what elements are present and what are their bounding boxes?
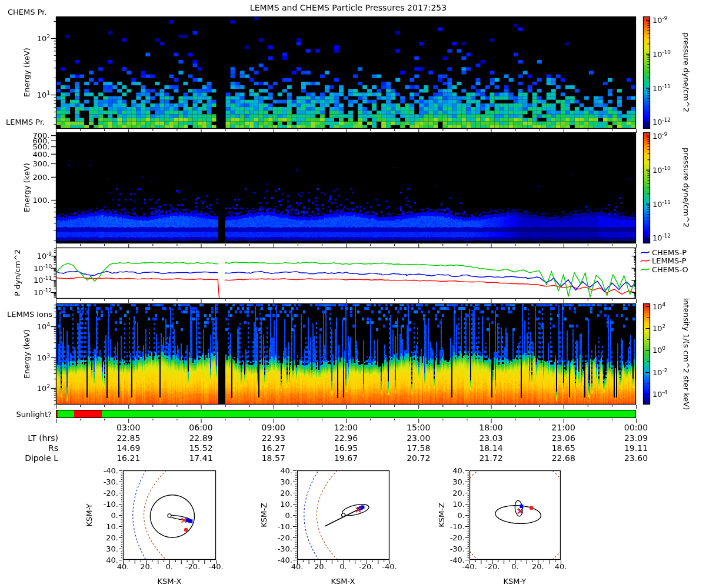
time-tick-label: 18:00 bbox=[479, 423, 502, 432]
ephemeris-value: 23.60 bbox=[624, 454, 648, 462]
orbit-y-axis-title-1: KSM-Z bbox=[260, 503, 268, 527]
ephemeris-value: 20.72 bbox=[407, 454, 430, 462]
ephemeris-value: 23.09 bbox=[624, 434, 648, 442]
orbit-y-tick: -20. bbox=[104, 489, 118, 497]
ephemeris-value: 22.96 bbox=[334, 434, 358, 442]
orbit-y-tick: -10. bbox=[278, 523, 292, 530]
orbit-y-tick: 10. bbox=[106, 523, 118, 530]
colorbar-unit-label-ions: intensity 1/(s cm^2 ster keV) bbox=[682, 298, 690, 410]
panel-label-chems: CHEMS Pr. bbox=[8, 8, 47, 16]
sunlight-label: Sunlight? bbox=[16, 410, 52, 418]
cb-tick-mid: 10-10 bbox=[652, 166, 671, 174]
orbit-y-tick: -30. bbox=[278, 545, 292, 553]
orbit-y-tick: -20. bbox=[450, 534, 465, 542]
orbit-y-tick: 30. bbox=[280, 478, 292, 486]
y-tick-pressure: 10-9 bbox=[37, 252, 52, 260]
time-tick-label: 00:00 bbox=[624, 423, 648, 432]
y-tick-ions: 102 bbox=[37, 384, 50, 392]
ephemeris-row-label-dipole: Dipole L bbox=[25, 454, 58, 462]
legend-label-chems-o: CHEMS-O bbox=[652, 266, 688, 273]
ephemeris-value: 19.67 bbox=[334, 454, 358, 462]
ephemeris-value: 17.41 bbox=[189, 454, 212, 462]
cb-tick-top: 10-10 bbox=[652, 50, 671, 58]
orbit-y-tick: 40. bbox=[280, 467, 292, 475]
y-axis-label-pressure: P dyn/cm^2 bbox=[14, 249, 21, 296]
orbit-y-tick: -10. bbox=[104, 500, 118, 508]
y-tick-ions: 103 bbox=[37, 353, 50, 361]
orbit-x-tick: -20. bbox=[359, 563, 374, 570]
orbit-y-tick: 10. bbox=[280, 500, 292, 508]
time-tick-label: 15:00 bbox=[407, 423, 430, 432]
orbit-y-tick: 40. bbox=[106, 556, 118, 564]
orbit-x-tick: 40. bbox=[555, 563, 567, 570]
orbit-y-tick: 20. bbox=[452, 489, 465, 497]
orbit-x-tick: 40. bbox=[117, 563, 129, 570]
cb-tick-ions: 100 bbox=[652, 346, 665, 354]
orbit-y-tick: 20. bbox=[106, 534, 118, 542]
cb-tick-mid: 10-12 bbox=[652, 233, 671, 242]
orbit-y-tick: 0. bbox=[111, 512, 118, 519]
panel-label-lemms: LEMMS Pr. bbox=[6, 118, 45, 126]
orbit-y-tick: 10. bbox=[452, 500, 465, 508]
ephemeris-value: 18.57 bbox=[262, 454, 285, 462]
ephemeris-row-label-rs: Rs bbox=[48, 444, 58, 452]
y-tick-pressure: 10-11 bbox=[34, 276, 52, 284]
orbit-y-tick: 20. bbox=[280, 489, 292, 497]
ephemeris-value: 23.00 bbox=[407, 434, 430, 442]
orbit-y-tick: -30. bbox=[104, 478, 118, 486]
ephemeris-value: 18.65 bbox=[552, 444, 575, 452]
y-tick-lemms: 400. bbox=[33, 150, 50, 158]
y-axis-label-ions: Energy (keV) bbox=[23, 329, 31, 379]
cb-tick-ions: 102 bbox=[652, 324, 665, 332]
orbit-y-tick: 30. bbox=[106, 545, 118, 553]
ephemeris-value: 16.27 bbox=[262, 444, 285, 452]
orbit-x-tick: 0. bbox=[339, 563, 347, 570]
orbit-x-axis-title-0: KSM-X bbox=[158, 577, 182, 585]
ephemeris-value: 22.85 bbox=[116, 434, 140, 442]
orbit-x-axis-title-1: KSM-X bbox=[331, 577, 355, 585]
y-tick-ions: 104 bbox=[37, 322, 50, 330]
cb-tick-top: 10-9 bbox=[652, 16, 667, 24]
time-tick-label: 12:00 bbox=[334, 423, 358, 432]
orbit-y-tick: -40. bbox=[450, 556, 465, 564]
cb-tick-top: 10-12 bbox=[652, 118, 671, 126]
time-tick-label: 09:00 bbox=[262, 423, 285, 432]
cb-tick-mid: 10-9 bbox=[652, 132, 667, 140]
orbit-y-tick: -30. bbox=[450, 545, 465, 553]
orbit-x-tick: -20. bbox=[185, 563, 200, 570]
cb-tick-top: 10-11 bbox=[652, 83, 671, 92]
ephemeris-value: 22.68 bbox=[552, 454, 575, 462]
y-axis-label-chems: Energy (keV) bbox=[23, 48, 31, 97]
ephemeris-row-label-lt: LT (hrs) bbox=[28, 434, 58, 442]
orbit-y-tick: 0. bbox=[458, 512, 465, 519]
orbit-y-axis-title-0: KSM-Y bbox=[85, 503, 93, 526]
legend-label-chems-p: CHEMS-P bbox=[652, 249, 687, 256]
time-tick-label: 03:00 bbox=[116, 423, 140, 432]
ephemeris-value: 21.72 bbox=[479, 454, 502, 462]
colorbar-unit-label-mid: pressure dyne/cm^2 bbox=[682, 148, 690, 228]
legend-label-lemms-p: LEMMS-P bbox=[652, 257, 687, 265]
orbit-x-tick: -40. bbox=[208, 563, 223, 570]
y-tick-pressure: 10-12 bbox=[34, 288, 52, 296]
y-axis-label-lemms: Energy (keV) bbox=[23, 163, 31, 212]
ephemeris-value: 23.03 bbox=[479, 434, 502, 442]
y-tick-lemms: 100. bbox=[33, 196, 50, 204]
page-title: LEMMS and CHEMS Particle Pressures 2017:… bbox=[250, 4, 447, 12]
cb-tick-ions: 10-2 bbox=[652, 368, 667, 376]
ephemeris-value: 14.69 bbox=[116, 444, 140, 452]
ephemeris-value: 17.58 bbox=[407, 444, 430, 452]
orbit-y-axis-title-2: KSM-Z bbox=[438, 503, 445, 527]
cb-tick-ions: 10-4 bbox=[652, 390, 667, 398]
orbit-x-tick: -20. bbox=[485, 563, 499, 570]
ephemeris-value: 23.06 bbox=[552, 434, 575, 442]
ephemeris-value: 22.93 bbox=[262, 434, 285, 442]
colorbar-unit-label-top: pressure dyne/cm^2 bbox=[682, 32, 690, 112]
orbit-y-tick: -40. bbox=[104, 467, 118, 475]
ephemeris-value: 19.11 bbox=[624, 444, 648, 452]
y-tick-chems: 102 bbox=[37, 34, 50, 42]
orbit-x-tick: 0. bbox=[166, 563, 173, 570]
y-tick-chems: 101 bbox=[37, 91, 50, 99]
orbit-y-tick: -20. bbox=[278, 534, 292, 542]
y-tick-lemms: 300. bbox=[33, 159, 50, 167]
orbit-x-tick: 20. bbox=[532, 563, 544, 570]
